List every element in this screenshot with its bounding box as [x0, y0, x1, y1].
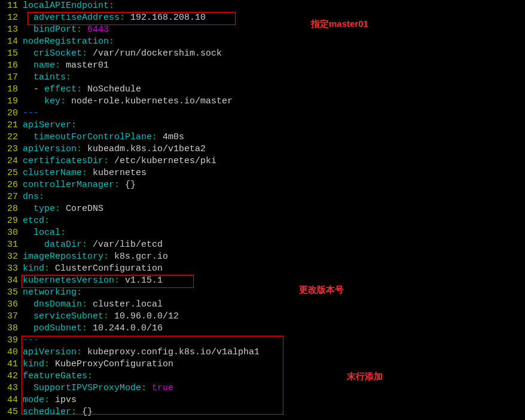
line-number: 23 — [0, 143, 23, 155]
code-line[interactable]: 36 dnsDomain: cluster.local — [0, 299, 525, 311]
code-line[interactable]: 45scheduler: {} — [0, 406, 525, 418]
code-content: type: CoreDNS — [23, 203, 103, 215]
code-content: key: node-role.kubernetes.io/master — [23, 96, 233, 108]
code-content: certificatesDir: /etc/kubernetes/pki — [23, 155, 216, 167]
line-number: 43 — [0, 382, 23, 394]
code-line[interactable]: 25clusterName: kubernetes — [0, 167, 525, 179]
code-content: taints: — [23, 72, 71, 84]
code-content: kubernetesVersion: v1.15.1 — [23, 275, 163, 287]
code-content: imageRepository: k8s.gcr.io — [23, 251, 168, 263]
code-content: dataDir: /var/lib/etcd — [23, 239, 163, 251]
code-content: name: master01 — [23, 60, 109, 72]
line-number: 34 — [0, 275, 23, 287]
code-line[interactable]: 38 podSubnet: 10.244.0.0/16 — [0, 323, 525, 335]
code-line[interactable]: 42featureGates: — [0, 370, 525, 382]
code-content: clusterName: kubernetes — [23, 167, 146, 179]
line-number: 19 — [0, 96, 23, 108]
code-line[interactable]: 15 criSocket: /var/run/dockershim.sock — [0, 48, 525, 60]
code-content: dnsDomain: cluster.local — [23, 299, 163, 311]
code-content: etcd: — [23, 215, 50, 227]
code-line[interactable]: 44mode: ipvs — [0, 394, 525, 406]
code-line[interactable]: 32imageRepository: k8s.gcr.io — [0, 251, 525, 263]
code-content: advertiseAddress: 192.168.208.10 — [23, 12, 206, 24]
line-number: 18 — [0, 84, 23, 96]
line-number: 36 — [0, 299, 23, 311]
line-number: 31 — [0, 239, 23, 251]
code-line[interactable]: 34kubernetesVersion: v1.15.1 — [0, 275, 525, 287]
code-content: serviceSubnet: 10.96.0.0/12 — [23, 311, 179, 323]
line-number: 39 — [0, 335, 23, 347]
code-line[interactable]: 18 - effect: NoSchedule — [0, 84, 525, 96]
code-content: podSubnet: 10.244.0.0/16 — [23, 323, 163, 335]
code-line[interactable]: 17 taints: — [0, 72, 525, 84]
line-number: 30 — [0, 227, 23, 239]
code-line[interactable]: 23apiVersion: kubeadm.k8s.io/v1beta2 — [0, 143, 525, 155]
line-number: 35 — [0, 287, 23, 299]
line-number: 37 — [0, 311, 23, 323]
code-content: controllerManager: {} — [23, 179, 136, 191]
line-number: 28 — [0, 203, 23, 215]
code-line[interactable]: 27dns: — [0, 191, 525, 203]
line-number: 44 — [0, 394, 23, 406]
line-number: 12 — [0, 12, 23, 24]
code-line[interactable]: 20--- — [0, 108, 525, 119]
line-number: 20 — [0, 108, 23, 119]
code-content: kind: KubeProxyConfiguration — [23, 358, 173, 370]
line-number: 25 — [0, 167, 23, 179]
code-line[interactable]: 29etcd: — [0, 215, 525, 227]
line-number: 17 — [0, 72, 23, 84]
code-line[interactable]: 31 dataDir: /var/lib/etcd — [0, 239, 525, 251]
code-content: dns: — [23, 191, 44, 203]
line-number: 38 — [0, 323, 23, 335]
line-number: 13 — [0, 24, 23, 36]
code-editor[interactable]: 11localAPIEndpoint:12 advertiseAddress: … — [0, 0, 525, 418]
code-content: nodeRegistration: — [23, 36, 114, 48]
line-number: 14 — [0, 36, 23, 48]
code-content: scheduler: {} — [23, 406, 93, 418]
annotation-master01: 指定master01 — [311, 18, 368, 30]
line-number: 21 — [0, 119, 23, 131]
annotation-append: 末行添加 — [347, 370, 383, 382]
code-line[interactable]: 16 name: master01 — [0, 60, 525, 72]
line-number: 42 — [0, 370, 23, 382]
code-line[interactable]: 39--- — [0, 335, 525, 347]
code-line[interactable]: 41kind: KubeProxyConfiguration — [0, 358, 525, 370]
code-content: apiServer: — [23, 119, 77, 131]
code-line[interactable]: 21apiServer: — [0, 119, 525, 131]
code-content: local: — [23, 227, 66, 239]
code-line[interactable]: 19 key: node-role.kubernetes.io/master — [0, 96, 525, 108]
code-content: criSocket: /var/run/dockershim.sock — [23, 48, 222, 60]
code-line[interactable]: 22 timeoutForControlPlane: 4m0s — [0, 131, 525, 143]
line-number: 22 — [0, 131, 23, 143]
code-line[interactable]: 24certificatesDir: /etc/kubernetes/pki — [0, 155, 525, 167]
code-content: featureGates: — [23, 370, 93, 382]
code-line[interactable]: 40apiVersion: kubeproxy.config.k8s.io/v1… — [0, 347, 525, 358]
code-line[interactable]: 35networking: — [0, 287, 525, 299]
code-content: apiVersion: kubeadm.k8s.io/v1beta2 — [23, 143, 206, 155]
code-line[interactable]: 33kind: ClusterConfiguration — [0, 263, 525, 275]
line-number: 41 — [0, 358, 23, 370]
code-line[interactable]: 28 type: CoreDNS — [0, 203, 525, 215]
line-number: 45 — [0, 406, 23, 418]
code-line[interactable]: 11localAPIEndpoint: — [0, 0, 525, 12]
code-content: - effect: NoSchedule — [23, 84, 141, 96]
code-line[interactable]: 30 local: — [0, 227, 525, 239]
code-line[interactable]: 26controllerManager: {} — [0, 179, 525, 191]
line-number: 33 — [0, 263, 23, 275]
code-content: kind: ClusterConfiguration — [23, 263, 163, 275]
code-content: mode: ipvs — [23, 394, 77, 406]
annotation-version: 更改版本号 — [299, 284, 344, 296]
code-content: timeoutForControlPlane: 4m0s — [23, 131, 184, 143]
line-number: 32 — [0, 251, 23, 263]
code-line[interactable]: 14nodeRegistration: — [0, 36, 525, 48]
code-content: SupportIPVSProxyMode: true — [23, 382, 173, 394]
line-number: 29 — [0, 215, 23, 227]
code-line[interactable]: 37 serviceSubnet: 10.96.0.0/12 — [0, 311, 525, 323]
code-content: --- — [23, 335, 39, 347]
code-line[interactable]: 12 advertiseAddress: 192.168.208.10 — [0, 12, 525, 24]
line-number: 27 — [0, 191, 23, 203]
line-number: 16 — [0, 60, 23, 72]
code-content: bindPort: 6443 — [23, 24, 109, 36]
code-line[interactable]: 13 bindPort: 6443 — [0, 24, 525, 36]
code-line[interactable]: 43 SupportIPVSProxyMode: true — [0, 382, 525, 394]
